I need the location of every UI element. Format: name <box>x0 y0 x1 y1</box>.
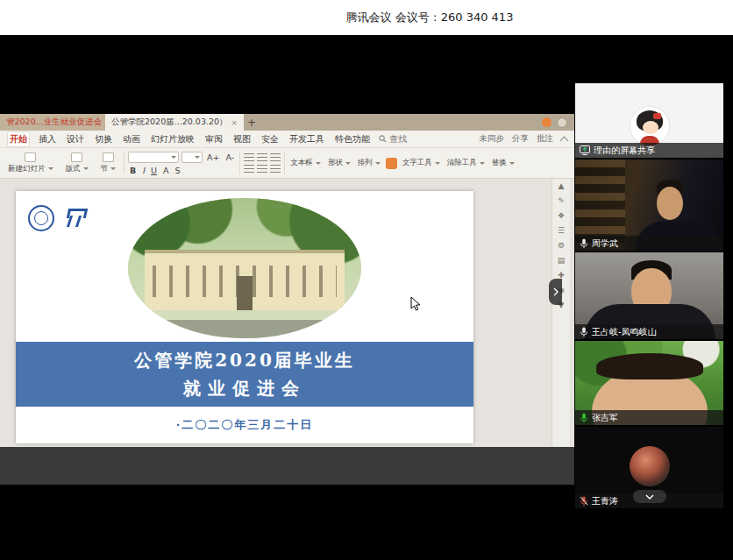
dropdown-caret-icon <box>435 162 440 165</box>
menu-features[interactable]: 特色功能 <box>333 132 372 146</box>
chevron-down-icon <box>645 494 654 500</box>
slide[interactable]: 公管学院2020届毕业生 就业促进会 ·二〇二〇年三月二十日 <box>16 191 473 443</box>
account-avatar-icon[interactable] <box>557 117 567 128</box>
decrease-font-button[interactable]: A- <box>224 152 236 162</box>
ribbon-separator <box>239 152 240 174</box>
slide-title-banner: 公管学院2020届毕业生 就业促进会 <box>16 342 473 407</box>
participant-label: 理由的屏幕共享 <box>575 143 723 158</box>
font-name-select[interactable] <box>128 152 179 163</box>
arrange-button[interactable]: 排列 <box>356 158 382 168</box>
increase-font-button[interactable]: A+ <box>205 152 221 162</box>
menu-security[interactable]: 安全 <box>260 132 281 146</box>
align-right-icon[interactable] <box>270 165 281 174</box>
participant-tile-sharer[interactable]: 理由的屏幕共享 <box>575 83 723 158</box>
numbered-list-icon[interactable] <box>257 153 267 162</box>
sync-status-button[interactable]: 未同步 <box>480 133 505 145</box>
building-ground <box>128 320 361 338</box>
document-tab-1-label: 管2020...业生就业促进会 <box>6 117 102 128</box>
menu-insert[interactable]: 插入 <box>37 132 58 146</box>
participant-tile[interactable]: 周学武 <box>575 159 723 251</box>
participant-label: 王占岐-凤鸣岐山 <box>575 324 723 339</box>
align-left-icon[interactable] <box>244 165 254 174</box>
dropdown-caret-icon <box>171 156 176 159</box>
dropdown-caret-icon <box>375 162 381 165</box>
indent-icon[interactable] <box>270 153 281 162</box>
bullet-list-icon[interactable] <box>244 153 254 162</box>
document-tab-1[interactable]: 管2020...业生就业促进会 × <box>0 114 105 131</box>
grid-tool-icon[interactable]: ▤ <box>558 256 566 265</box>
dropdown-caret-icon <box>316 162 321 165</box>
find-button[interactable]: 查找 <box>379 133 407 145</box>
meeting-title-bar: 腾讯会议 会议号：260 340 413 <box>0 0 733 35</box>
clear-tools-button[interactable]: 清除工具 <box>445 158 487 168</box>
mic-icon <box>580 238 588 249</box>
italic-button[interactable]: I <box>140 166 146 175</box>
shapes-button[interactable]: 形状 <box>326 158 352 168</box>
textbox-button[interactable]: 文本框 <box>288 158 323 168</box>
avatar <box>630 106 670 146</box>
underline-button[interactable]: U <box>149 166 159 175</box>
menu-view[interactable]: 视图 <box>231 132 253 146</box>
menu-design[interactable]: 设计 <box>65 132 86 146</box>
menu-slideshow[interactable]: 幻灯片放映 <box>149 132 196 146</box>
collapse-ribbon-icon[interactable] <box>560 136 569 145</box>
object-tool-icon[interactable]: ❖ <box>558 211 565 220</box>
wps-tab-bar: 管2020...业生就业促进会 × 公管学院2020届...20.03.20） … <box>0 114 574 131</box>
strikethrough-button[interactable]: S <box>174 166 182 175</box>
comment-button[interactable]: 批注 <box>537 133 553 145</box>
bold-button[interactable]: B <box>128 166 138 175</box>
mouse-cursor-icon <box>410 296 421 312</box>
search-icon <box>379 135 387 143</box>
new-tab-button[interactable]: + <box>244 114 260 131</box>
align-center-icon[interactable] <box>257 165 267 174</box>
section-button[interactable]: 节 <box>96 152 121 175</box>
menu-animation[interactable]: 动画 <box>121 132 142 146</box>
new-slide-button[interactable]: 新建幻灯片 <box>4 152 58 175</box>
font-color-button[interactable]: A <box>161 166 171 175</box>
dropdown-caret-icon <box>195 156 200 159</box>
shared-wps-window: 管2020...业生就业促进会 × 公管学院2020届...20.03.20） … <box>0 114 574 485</box>
ribbon-separator <box>124 152 125 174</box>
menu-review[interactable]: 审阅 <box>203 132 224 146</box>
menubar-right-actions: 未同步 分享 批注 <box>480 133 568 145</box>
collapse-panel-button[interactable] <box>633 490 666 503</box>
wps-side-toolbar: ▲ ✎ ❖ ☰ ⚙ ▤ ✚ ◉ ▼ <box>552 179 570 447</box>
docer-assets-icon[interactable] <box>386 158 397 169</box>
scroll-up-icon[interactable]: ▲ <box>559 181 565 190</box>
settings-tool-icon[interactable]: ⚙ <box>558 241 565 250</box>
menu-home[interactable]: 开始 <box>7 131 30 147</box>
new-slide-icon <box>25 152 36 162</box>
replace-button[interactable]: 替换 <box>490 158 516 168</box>
close-tab-icon[interactable]: × <box>231 118 238 127</box>
list-tool-icon[interactable]: ☰ <box>558 226 565 235</box>
promo-badge-icon[interactable] <box>542 117 552 127</box>
menu-transition[interactable]: 切换 <box>93 132 114 146</box>
share-button[interactable]: 分享 <box>512 133 529 145</box>
text-tools-button[interactable]: 文字工具 <box>401 158 442 168</box>
dropdown-caret-icon <box>480 162 485 165</box>
slide-title-line1: 公管学院2020届毕业生 <box>134 349 355 372</box>
slide-title-line2: 就业促进会 <box>183 377 306 401</box>
layout-button[interactable]: 版式 <box>61 152 93 175</box>
tabbar-icons <box>542 114 574 131</box>
dropdown-caret-icon <box>110 167 116 170</box>
panel-expand-handle[interactable] <box>549 279 562 305</box>
layout-icon <box>71 152 82 162</box>
participant-name: 王青涛 <box>592 495 618 507</box>
font-size-select[interactable] <box>181 152 203 163</box>
university-seal-icon <box>28 205 54 231</box>
participants-panel: 理由的屏幕共享 周学武 <box>575 83 723 508</box>
menu-devtools[interactable]: 开发工具 <box>288 132 326 146</box>
document-tab-2-active[interactable]: 公管学院2020届...20.03.20） × <box>105 114 244 131</box>
slide-canvas[interactable]: 公管学院2020届毕业生 就业促进会 ·二〇二〇年三月二十日 ▲ ✎ ❖ ☰ ⚙… <box>0 179 574 447</box>
participant-video-decor <box>657 187 683 220</box>
participant-name: 王占岐-凤鸣岐山 <box>592 326 657 338</box>
participant-tile[interactable]: 张吉军 <box>575 341 723 425</box>
participant-tile[interactable]: 王占岐-凤鸣岐山 <box>575 252 723 339</box>
dropdown-caret-icon <box>83 167 89 170</box>
building-door <box>237 276 253 310</box>
slide-date: ·二〇二〇年三月二十日 <box>16 417 473 433</box>
wps-menu-bar: 开始 插入 设计 切换 动画 幻灯片放映 审阅 视图 安全 开发工具 特色功能 … <box>0 131 574 148</box>
edit-tool-icon[interactable]: ✎ <box>558 196 565 205</box>
dropdown-caret-icon <box>345 162 351 165</box>
